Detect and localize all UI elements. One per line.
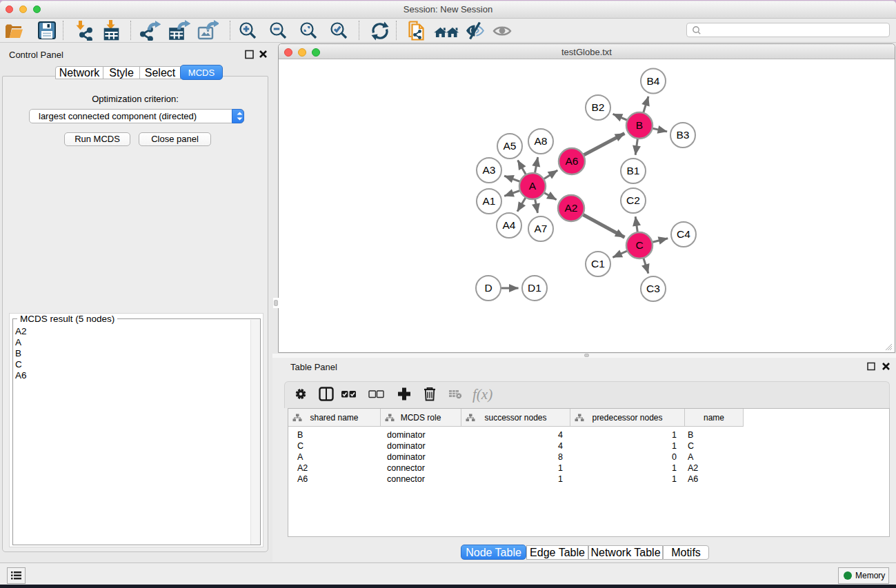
svg-text:B3: B3 xyxy=(677,129,690,141)
svg-text:C4: C4 xyxy=(677,228,690,240)
svg-text:A8: A8 xyxy=(535,135,548,147)
svg-text:B1: B1 xyxy=(627,165,640,176)
svg-text:C2: C2 xyxy=(626,194,640,206)
svg-text:D: D xyxy=(484,282,492,294)
svg-text:A5: A5 xyxy=(504,140,517,152)
svg-text:A6: A6 xyxy=(566,155,579,167)
svg-text:C3: C3 xyxy=(646,283,660,294)
svg-text:f(x): f(x) xyxy=(472,386,492,403)
svg-text:B4: B4 xyxy=(647,75,660,87)
svg-text:A: A xyxy=(529,180,537,192)
svg-text:A4: A4 xyxy=(503,219,516,231)
svg-text:C: C xyxy=(635,239,643,251)
svg-text:A3: A3 xyxy=(483,164,496,176)
svg-text:A2: A2 xyxy=(565,202,578,214)
svg-text:A1: A1 xyxy=(483,195,496,207)
svg-text:B: B xyxy=(636,119,643,131)
svg-text:C1: C1 xyxy=(591,258,605,270)
svg-text:A7: A7 xyxy=(535,223,548,234)
svg-text:B2: B2 xyxy=(592,101,605,113)
svg-text:D1: D1 xyxy=(528,282,541,294)
